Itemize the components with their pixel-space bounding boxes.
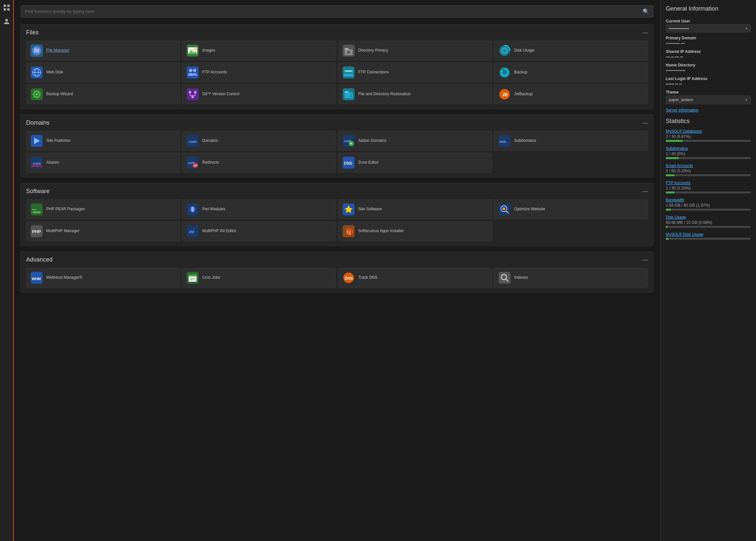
home-directory-field: Home Directory •••••••••••••• [666,63,751,73]
last-login-ip-label: Last Login IP Address [666,76,751,81]
svg-point-37 [189,91,191,94]
perl-modules-label: Perl Modules [202,207,225,212]
svg-rect-91 [189,274,197,276]
primary-domain-value: ••••••••••.••• [666,41,751,46]
file-directory-restoration-card[interactable]: File and Directory Restoration [338,84,492,104]
multiphp-manager-card[interactable]: PHP MultiPHP Manager [26,221,180,241]
backup-card[interactable]: Backup [494,63,648,82]
software-collapse-button[interactable]: — [643,189,648,195]
stat-label[interactable]: Bandwidth [666,198,684,203]
svg-point-39 [191,96,194,98]
cron-jobs-card[interactable]: Cron Jobs [182,268,336,288]
theme-select[interactable]: paper_lantern [666,96,751,104]
grid-icon[interactable] [2,3,12,13]
svg-text:🎁: 🎁 [346,228,354,236]
track-dns-label: Track DNS [358,275,378,280]
zone-editor-icon: DNS [342,157,355,169]
track-dns-icon: DNS [342,271,355,284]
site-software-icon [342,203,355,216]
server-information-link[interactable]: Server Information [666,108,698,113]
site-publisher-card[interactable]: Site Publisher [26,131,180,151]
stat-item: Bandwidth1.58 GB / 80 GB (1.97%) [666,198,751,211]
svg-text:DNS: DNS [345,276,353,281]
directory-privacy-card[interactable]: Directory Privacy [338,41,492,61]
indexes-label: Indexes [514,275,528,280]
subdomains-card[interactable]: sub. Subdomains [494,131,648,151]
file-manager-card[interactable]: File Manager [26,41,180,61]
search-bar: 🔍 [21,5,653,18]
disk-usage-card[interactable]: Disk Usage [494,41,648,61]
ftp-connections-card[interactable]: FTP Connections [338,63,492,82]
files-section-title: Files [26,29,39,36]
advanced-section: Advanced — WHM WebHost Manager® Cron Job… [21,251,653,293]
git-version-control-icon [186,88,199,101]
softaculous-card[interactable]: 🎁 Softaculous Apps Installer [338,221,492,241]
advanced-section-header: Advanced — [26,256,648,263]
track-dns-card[interactable]: DNS Track DNS [338,268,492,288]
stat-label[interactable]: FTP Accounts [666,181,690,185]
domains-collapse-button[interactable]: — [643,120,648,126]
redirects-icon: .com↩ [186,157,199,169]
redirects-card[interactable]: .com↩ Redirects [182,153,336,173]
stat-label[interactable]: Subdomains [666,146,688,151]
search-input[interactable] [25,9,643,14]
ftp-accounts-card[interactable]: FTP Accounts [182,63,336,82]
files-collapse-button[interactable]: — [643,30,648,36]
site-publisher-icon [30,135,43,147]
backup-wizard-label: Backup Wizard [46,92,73,97]
stat-label[interactable]: MySQL® Databases [666,129,702,134]
stat-item: Email Accounts2 / 60 (3.33%) [666,163,751,176]
site-software-label: Site Software [358,207,381,212]
stat-label[interactable]: MySQL® Disk Usage [666,232,703,237]
git-version-control-label: Git™ Version Control [202,92,240,97]
svg-rect-36 [187,88,199,100]
addon-domains-card[interactable]: .com+ Addon Domains [338,131,492,151]
right-panel: General Information Current User •••••••… [660,0,756,541]
backup-wizard-card[interactable]: Backup Wizard [26,84,180,104]
svg-point-25 [193,69,196,72]
advanced-collapse-button[interactable]: — [643,257,648,263]
stat-label[interactable]: Email Accounts [666,163,693,168]
svg-text:.com: .com [32,161,41,165]
backup-icon [498,66,511,79]
stat-label[interactable]: Disk Usage [666,215,686,220]
stat-bar-fill [666,209,671,211]
stat-bar-bg [666,174,751,176]
optimize-website-card[interactable]: Optimize Website [494,200,648,219]
php-pear-icon: ⋯ [30,203,43,216]
optimize-website-icon [498,203,511,216]
software-section-header: Software — [26,188,648,195]
svg-rect-1 [7,5,10,7]
svg-text:DNS: DNS [344,161,352,166]
current-user-dropdown[interactable]: •••••••••••••••• [666,24,751,32]
domains-card[interactable]: .com Domains [182,131,336,151]
aliases-card[interactable]: .com Aliases [26,153,180,173]
multiphp-ini-card[interactable]: .ini MultiPHP INI Editor [182,221,336,241]
multiphp-manager-icon: PHP [30,225,43,238]
zone-editor-card[interactable]: DNS Zone Editor [338,153,492,173]
svg-point-11 [194,48,196,50]
stat-value: 2 / 60 (3.33%) [666,169,751,173]
subdomains-label: Subdomains [514,138,536,144]
svg-text:+: + [350,141,352,146]
php-pear-card[interactable]: ⋯ PHP PEAR Packages [26,200,180,219]
stat-bar-bg [666,209,751,211]
perl-modules-icon [186,203,199,216]
primary-domain-field: Primary Domain ••••••••••.••• [666,36,751,46]
stat-value: 2 / 30 (6.67%) [666,134,751,139]
multiphp-ini-label: MultiPHP INI Editor [202,229,236,234]
search-button[interactable]: 🔍 [643,8,649,15]
ftp-connections-label: FTP Connections [358,70,389,75]
indexes-card[interactable]: Indexes [494,268,648,288]
images-card[interactable]: Images [182,41,336,61]
web-disk-card[interactable]: Web Disk [26,63,180,82]
softaculous-label: Softaculous Apps Installer [358,229,404,234]
webhost-manager-card[interactable]: WHM WebHost Manager® [26,268,180,288]
perl-modules-card[interactable]: Perl Modules [182,200,336,219]
file-directory-restoration-icon [342,88,355,101]
git-version-control-card[interactable]: Git™ Version Control [182,84,336,104]
user-icon[interactable] [2,17,12,26]
site-software-card[interactable]: Site Software [338,200,492,219]
svg-rect-3 [7,8,10,11]
jetbackup-card[interactable]: JB JetBackup [494,84,648,104]
